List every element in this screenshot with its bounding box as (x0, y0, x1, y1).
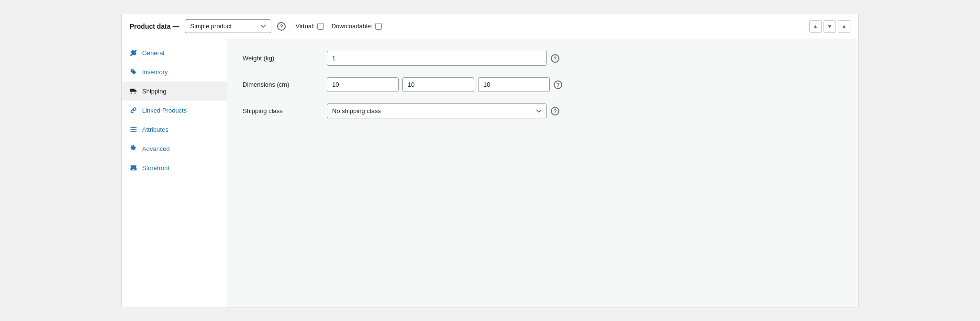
panel-controls: ▲ ▼ ▲ (809, 20, 850, 33)
dimensions-help-icon[interactable]: ? (554, 80, 562, 89)
expand-button[interactable]: ▲ (838, 20, 850, 33)
sidebar-item-attributes[interactable]: Attributes (122, 120, 227, 139)
dimensions-controls: ? (327, 77, 843, 92)
storefront-icon (130, 164, 137, 172)
storefront-label: Storefront (142, 164, 169, 172)
general-label: General (142, 49, 164, 57)
dimension-width-input[interactable] (402, 77, 474, 92)
collapse-up-button[interactable]: ▲ (809, 20, 822, 33)
product-data-header: Product data — Simple product Variable p… (122, 13, 858, 39)
inventory-label: Inventory (142, 69, 167, 76)
shipping-class-help-icon[interactable]: ? (551, 107, 559, 115)
sidebar-item-general[interactable]: General (122, 43, 227, 62)
sidebar-item-linked-products[interactable]: Linked Products (122, 101, 227, 120)
dimensions-label: Dimensions (cm) (243, 81, 319, 88)
shipping-class-select[interactable]: No shipping class (327, 103, 547, 118)
collapse-down-button[interactable]: ▼ (824, 20, 836, 33)
dimension-length-input[interactable] (327, 77, 399, 92)
product-data-title: Product data — (130, 23, 179, 30)
weight-controls: ? (327, 51, 843, 66)
shipping-class-row: Shipping class No shipping class ? (243, 103, 843, 118)
sidebar-item-inventory[interactable]: Inventory (122, 62, 227, 81)
svg-rect-1 (131, 129, 137, 130)
shipping-content: Weight (kg) ? Dimensions (cm) ? Shipping (227, 39, 858, 308)
link-icon (130, 106, 137, 114)
svg-rect-2 (131, 131, 137, 132)
product-data-panel: Product data — Simple product Variable p… (122, 13, 858, 308)
downloadable-label[interactable]: Downloadable: (332, 23, 382, 30)
weight-input[interactable] (327, 51, 547, 66)
product-data-body: General Inventory Shipping Linked Produc… (122, 39, 858, 308)
weight-row: Weight (kg) ? (243, 51, 843, 66)
product-type-select[interactable]: Simple product Variable product Grouped … (185, 19, 271, 33)
svg-rect-0 (131, 127, 137, 128)
wrench-icon (130, 49, 137, 57)
sidebar: General Inventory Shipping Linked Produc… (122, 39, 227, 308)
sidebar-item-advanced[interactable]: Advanced (122, 139, 227, 158)
shipping-label: Shipping (142, 88, 167, 95)
virtual-downloadable-group: Virtual: Downloadable: (295, 23, 381, 30)
weight-label: Weight (kg) (243, 55, 319, 62)
truck-icon (130, 87, 137, 95)
virtual-checkbox[interactable] (317, 23, 324, 30)
weight-help-icon[interactable]: ? (551, 54, 559, 63)
sidebar-item-shipping[interactable]: Shipping (122, 81, 227, 101)
product-type-help-icon[interactable]: ? (277, 22, 286, 31)
virtual-label[interactable]: Virtual: (295, 23, 323, 30)
linked-products-label: Linked Products (142, 107, 187, 114)
shipping-class-label: Shipping class (243, 107, 319, 115)
sidebar-item-storefront[interactable]: Storefront (122, 158, 227, 177)
list-icon (130, 126, 137, 133)
downloadable-checkbox[interactable] (375, 23, 382, 30)
dimension-height-input[interactable] (478, 77, 550, 92)
dimensions-row: Dimensions (cm) ? (243, 77, 843, 92)
attributes-label: Attributes (142, 126, 168, 133)
gear-icon (130, 145, 137, 152)
tag-icon (130, 68, 137, 76)
advanced-label: Advanced (142, 145, 170, 152)
shipping-class-controls: No shipping class ? (327, 103, 843, 118)
